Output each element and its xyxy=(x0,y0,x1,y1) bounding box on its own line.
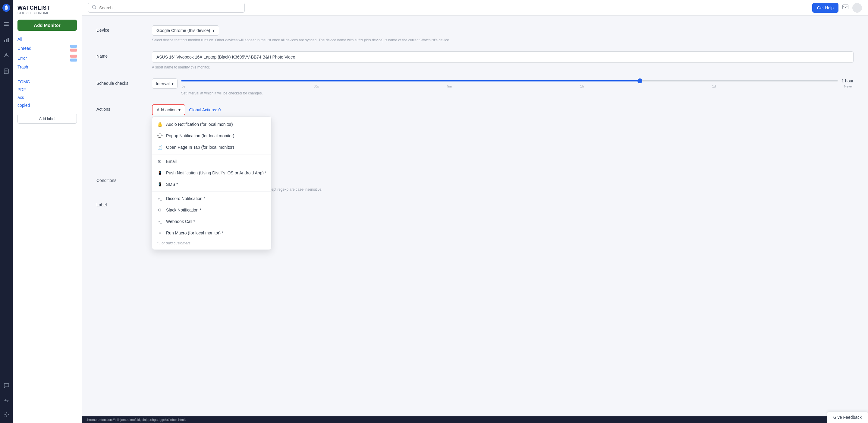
tick-1d: 1d xyxy=(712,84,716,88)
sidebar-item-copied[interactable]: copied xyxy=(18,102,77,109)
sidebar-item-all[interactable]: All xyxy=(18,36,77,43)
name-row: Name A short name to identify this monit… xyxy=(96,51,854,70)
schedule-row: Schedule checks Interval ▾ 1 hour 5s xyxy=(96,79,854,96)
device-field: Google Chrome (this device) ▾ Select dev… xyxy=(152,25,854,43)
interval-select[interactable]: Interval ▾ xyxy=(152,79,178,89)
svg-rect-13 xyxy=(5,72,7,73)
sidebar-item-unread[interactable]: Unread xyxy=(18,44,77,53)
device-row: Device Google Chrome (this device) ▾ Sel… xyxy=(96,25,854,43)
page-icon: 📄 xyxy=(157,144,162,150)
actions-field: Add action ▾ Global Actions: 0 🔔 Audio N… xyxy=(152,104,854,115)
brand-header: WATCHLIST GOOGLE CHROME xyxy=(13,5,82,20)
nav-links: All Unread Error Trash xyxy=(13,36,82,70)
dropdown-item-macro[interactable]: ≡ Run Macro (for local monitor) * xyxy=(152,227,271,238)
main-content: Get Help Device Google Chrome (this devi… xyxy=(82,0,868,423)
app-logo[interactable] xyxy=(2,4,10,12)
svg-rect-5 xyxy=(4,25,9,26)
dropdown-item-discord[interactable]: >_ Discord Notification * xyxy=(152,193,271,204)
dropdown-item-slack[interactable]: ⚙ Slack Notification * xyxy=(152,204,271,216)
email-icon: ✉ xyxy=(157,159,162,164)
dropdown-item-tab[interactable]: 📄 Open Page In Tab (for local monitor) xyxy=(152,141,271,153)
webhook-icon: >_ xyxy=(157,219,162,224)
mail-icon[interactable] xyxy=(842,4,849,12)
name-label: Name xyxy=(96,51,145,59)
interval-slider[interactable] xyxy=(181,80,838,81)
error-badge xyxy=(70,55,77,61)
sidebar-item-axs[interactable]: axs xyxy=(18,94,77,101)
slider-wrapper: 1 hour xyxy=(181,79,854,83)
topbar-right: Get Help xyxy=(812,3,862,13)
label-label: Label xyxy=(96,200,145,207)
sidebar-item-pdf[interactable]: PDF xyxy=(18,86,77,93)
nav-divider xyxy=(13,73,82,73)
schedule-field: Interval ▾ 1 hour 5s 30s 5m 1h xyxy=(152,79,854,96)
svg-rect-18 xyxy=(843,5,848,9)
notes-icon[interactable] xyxy=(1,66,11,76)
unread-badge xyxy=(70,45,77,52)
users-icon[interactable] xyxy=(1,51,11,60)
give-feedback-button[interactable]: Give Feedback xyxy=(827,412,868,423)
search-input[interactable] xyxy=(99,5,241,10)
status-bar: chrome-extension://inlikjemeeknofckkjoln… xyxy=(82,416,868,423)
add-action-dropdown: 🔔 Audio Notification (for local monitor)… xyxy=(152,116,272,250)
tick-1h: 1h xyxy=(580,84,584,88)
global-actions-link[interactable]: Global Actions: 0 xyxy=(189,107,221,112)
status-url: chrome-extension://inlikjemeeknofckkjoln… xyxy=(86,418,186,422)
slack-icon: ⚙ xyxy=(157,207,162,213)
chart-icon[interactable] xyxy=(1,35,11,45)
device-label: Device xyxy=(96,25,145,33)
svg-rect-11 xyxy=(5,70,7,70)
chevron-down-icon: ▾ xyxy=(172,81,174,86)
svg-text:A: A xyxy=(4,399,6,402)
svg-rect-6 xyxy=(4,40,5,42)
tick-never: Never xyxy=(844,84,853,88)
dropdown-item-popup[interactable]: 💬 Popup Notification (for local monitor) xyxy=(152,130,271,141)
device-hint: Select device that this monitor runs on.… xyxy=(152,37,854,43)
svg-rect-12 xyxy=(5,71,7,72)
sidebar-item-trash[interactable]: Trash xyxy=(18,63,77,70)
search-box xyxy=(88,3,245,13)
menu-icon[interactable] xyxy=(1,19,11,29)
svg-text:文: 文 xyxy=(6,400,9,402)
sidebar-item-error[interactable]: Error xyxy=(18,53,77,63)
name-input[interactable] xyxy=(152,51,854,63)
svg-point-16 xyxy=(6,414,7,416)
tick-5s: 5s xyxy=(182,84,185,88)
tick-30s: 30s xyxy=(313,84,319,88)
actions-controls: Add action ▾ Global Actions: 0 🔔 Audio N… xyxy=(152,104,854,115)
svg-rect-3 xyxy=(4,22,9,23)
sidebar-item-fomc[interactable]: FOMC xyxy=(18,78,77,85)
dropdown-item-webhook[interactable]: >_ Webhook Call * xyxy=(152,216,271,227)
discord-icon: >_ xyxy=(157,196,162,201)
chevron-down-icon: ▾ xyxy=(213,28,215,33)
chat-icon[interactable] xyxy=(1,381,11,390)
settings-icon[interactable] xyxy=(1,410,11,419)
dropdown-divider xyxy=(152,154,271,154)
label-section: FOMC PDF axs copied xyxy=(13,76,82,111)
dropdown-item-email[interactable]: ✉ Email xyxy=(152,156,271,167)
name-field: A short name to identify this monitor. xyxy=(152,51,854,70)
dropdown-item-sms[interactable]: 📱 SMS * xyxy=(152,179,271,190)
svg-point-9 xyxy=(5,53,7,55)
svg-rect-4 xyxy=(4,24,9,24)
user-avatar[interactable] xyxy=(852,3,862,13)
chevron-down-icon: ▾ xyxy=(179,107,181,112)
name-hint: A short name to identify this monitor. xyxy=(152,64,854,70)
search-icon xyxy=(92,5,97,10)
device-select[interactable]: Google Chrome (this device) ▾ xyxy=(152,25,219,36)
conditions-label: Conditions xyxy=(96,176,145,183)
push-icon: 📱 xyxy=(157,170,162,176)
interval-value: 1 hour xyxy=(841,79,854,83)
dropdown-item-audio[interactable]: 🔔 Audio Notification (for local monitor) xyxy=(152,119,271,130)
add-action-button[interactable]: Add action ▾ xyxy=(152,104,185,115)
add-monitor-button[interactable]: Add Monitor xyxy=(18,20,77,31)
add-label-button[interactable]: Add label xyxy=(18,114,77,124)
audio-icon: 🔔 xyxy=(157,121,162,127)
get-help-button[interactable]: Get Help xyxy=(812,3,838,13)
actions-row: Actions Add action ▾ Global Actions: 0 🔔… xyxy=(96,104,854,115)
left-panel: WATCHLIST GOOGLE CHROME Add Monitor All … xyxy=(13,0,82,423)
translate-icon[interactable]: A 文 xyxy=(1,395,11,405)
svg-rect-8 xyxy=(7,38,9,42)
dropdown-item-push[interactable]: 📱 Push Notification (Using Distill's iOS… xyxy=(152,167,271,179)
brand-sub: GOOGLE CHROME xyxy=(18,11,77,15)
